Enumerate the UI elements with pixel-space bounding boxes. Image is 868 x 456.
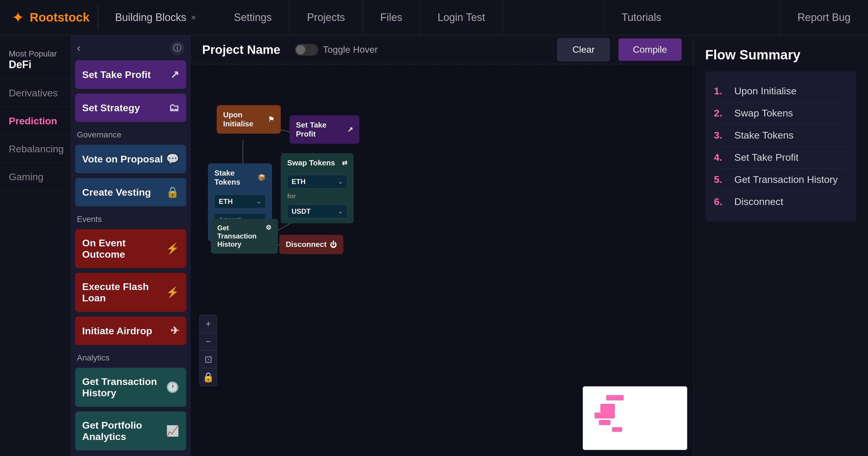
node-upon-initialise[interactable]: Upon Initialise ⚑ [217, 105, 281, 134]
zoom-in-button[interactable]: + [199, 315, 217, 332]
zoom-controls: + − ⊡ 🔒 [199, 315, 217, 386]
flow-summary-panel: Flow Summary 1. Upon Initialise 2. Swap … [693, 35, 868, 456]
swap-from-field[interactable]: ETH ⌄ [287, 175, 347, 188]
node-swap-tokens[interactable]: Swap Tokens ⇄ ETH ⌄ for USDT ⌄ [281, 153, 353, 223]
block-get-transaction-history[interactable]: Get Transaction History 🕐 [75, 368, 186, 407]
stake-tokens-label: Stake Tokens [214, 169, 258, 187]
get-tx-label: Get Transaction [217, 224, 266, 240]
sidebar-item-rebalancing[interactable]: Rebalancing [0, 135, 71, 163]
sidebar-item-derivatives[interactable]: Derivatives [0, 79, 71, 107]
blocks-panel-header: ‹ ⓘ [71, 38, 190, 58]
logo-area: ✦ Rootstock Building Blocks × [0, 6, 216, 29]
flow-item-1: 1. Upon Initialise [714, 80, 847, 102]
portfolio-icon: 📈 [166, 425, 179, 437]
toggle-hover-area: Toggle Hover [295, 44, 378, 56]
sidebar-item-gaming[interactable]: Gaming [0, 163, 71, 191]
minimap-block-1 [606, 395, 624, 400]
set-take-profit-icon: ↗ [347, 126, 353, 134]
event-outcome-icon: ⚡ [166, 242, 179, 255]
flow-item-4: 4. Set Take Profit [714, 146, 847, 169]
minimap-block-5 [612, 427, 622, 432]
block-get-portfolio-analytics[interactable]: Get Portfolio Analytics 📈 [75, 412, 186, 451]
top-navigation: ✦ Rootstock Building Blocks × Settings P… [0, 0, 868, 35]
minimap-block-2 [600, 404, 615, 413]
nav-divider [98, 6, 98, 29]
stake-tokens-eth-field[interactable]: ETH ⌄ [214, 195, 266, 208]
clear-button[interactable]: Clear [558, 38, 609, 61]
node-disconnect[interactable]: Disconnect ⏻ [279, 235, 343, 254]
minimap[interactable] [583, 386, 687, 450]
block-set-strategy[interactable]: Set Strategy 🗂 [75, 94, 186, 122]
canvas-nodes-area[interactable]: Upon Initialise ⚑ Set Take Profit ↗ Stak… [190, 64, 693, 456]
canvas-toolbar: Project Name Toggle Hover Clear Compile [190, 35, 693, 64]
upon-initialise-label: Upon Initialise [223, 110, 268, 128]
tab-files[interactable]: Files [363, 0, 420, 35]
tab-tutorials[interactable]: Tutorials [604, 0, 679, 35]
stake-tokens-icon: 📦 [258, 174, 266, 182]
tab-report-bug[interactable]: Report Bug [780, 0, 868, 35]
minimap-inner [583, 386, 687, 450]
block-vote-on-proposal[interactable]: Vote on Proposal 💬 [75, 145, 186, 173]
back-button[interactable]: ‹ [77, 42, 81, 54]
sidebar-item-most-popular-defi[interactable]: Most Popular DeFi [0, 41, 71, 79]
tab-settings[interactable]: Settings [216, 0, 289, 35]
tx-history-icon: 🕐 [166, 381, 179, 393]
swap-tokens-icon: ⇄ [342, 159, 347, 167]
node-set-take-profit[interactable]: Set Take Profit ↗ [289, 115, 360, 144]
nav-tabs: Settings Projects Files Login Test Tutor… [216, 0, 868, 35]
tab-login-test[interactable]: Login Test [420, 0, 503, 35]
compile-button[interactable]: Compile [618, 38, 682, 61]
flash-loan-icon: ⚡ [166, 286, 179, 298]
block-on-event-outcome[interactable]: On Event Outcome ⚡ [75, 229, 186, 268]
category-governance: Governance [71, 124, 190, 142]
disconnect-label: Disconnect [286, 240, 327, 249]
toggle-hover-label: Toggle Hover [323, 44, 378, 55]
tab-projects[interactable]: Projects [289, 0, 363, 35]
block-initiate-airdrop[interactable]: Initiate Airdrop ✈ [75, 317, 186, 345]
project-name: Project Name [202, 43, 280, 57]
lock-button[interactable]: 🔒 [199, 368, 217, 386]
flow-summary-title: Flow Summary [705, 47, 856, 63]
logo-text: Rootstock [30, 10, 89, 25]
vote-icon: 💬 [166, 153, 179, 165]
swap-to-field[interactable]: USDT ⌄ [287, 205, 347, 218]
upon-initialise-icon: ⚑ [268, 115, 274, 124]
category-events: Events [71, 209, 190, 227]
main-content: Most Popular DeFi Derivatives Prediction… [0, 35, 868, 456]
fit-view-button[interactable]: ⊡ [199, 351, 217, 368]
flow-summary-list: 1. Upon Initialise 2. Swap Tokens 3. Sta… [705, 71, 856, 221]
block-execute-flash-loan[interactable]: Execute Flash Loan ⚡ [75, 273, 186, 312]
blocks-panel: ‹ ⓘ Set Take Profit ↗ Set Strategy 🗂 Gov… [71, 35, 190, 456]
zoom-out-button[interactable]: − [199, 333, 217, 350]
flow-item-5: 5. Get Transaction History [714, 169, 847, 191]
sidebar-item-prediction[interactable]: Prediction [0, 107, 71, 135]
get-tx-icon: ⚙ [266, 224, 272, 231]
toggle-hover-switch[interactable] [295, 44, 318, 56]
info-button[interactable]: ⓘ [170, 41, 184, 55]
node-get-tx-history[interactable]: Get Transaction History ⚙ [211, 219, 278, 254]
set-take-profit-label: Set Take Profit [296, 121, 347, 139]
active-tab-label: Building Blocks × [106, 11, 205, 24]
sidebar-categories: Most Popular DeFi Derivatives Prediction… [0, 35, 71, 456]
minimap-block-3 [594, 413, 615, 418]
tab-close-icon[interactable]: × [191, 12, 196, 23]
logo-icon: ✦ [12, 9, 25, 26]
category-analytics: Analytics [71, 347, 190, 365]
vesting-icon: 🔒 [166, 186, 179, 198]
minimap-block-4 [599, 420, 611, 425]
swap-for-label: for [287, 193, 296, 200]
strategy-icon: 🗂 [169, 102, 179, 114]
block-create-vesting[interactable]: Create Vesting 🔒 [75, 178, 186, 206]
flow-item-6: 6. Disconnect [714, 191, 847, 213]
canvas-area: Project Name Toggle Hover Clear Compile [190, 35, 693, 456]
flow-item-2: 2. Swap Tokens [714, 102, 847, 124]
take-profit-icon: ↗ [170, 68, 179, 81]
block-set-take-profit[interactable]: Set Take Profit ↗ [75, 60, 186, 89]
swap-tokens-label: Swap Tokens [287, 158, 335, 167]
airdrop-icon: ✈ [170, 325, 179, 337]
disconnect-icon: ⏻ [330, 240, 337, 249]
flow-item-3: 3. Stake Tokens [714, 124, 847, 146]
